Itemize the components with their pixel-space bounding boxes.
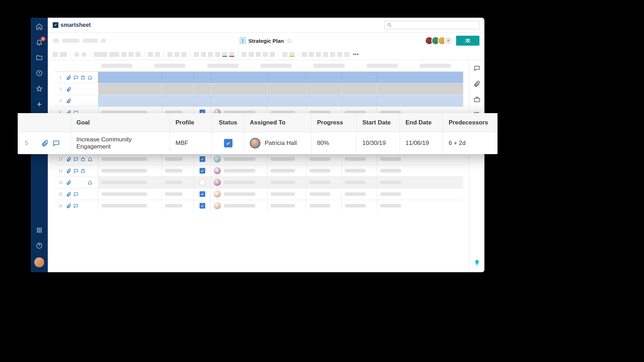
cell-profile[interactable] [162, 72, 194, 83]
attachment-icon[interactable] [66, 75, 71, 80]
attachment-icon[interactable] [66, 203, 71, 209]
format-icon[interactable] [80, 75, 86, 80]
reminder-icon[interactable] [87, 75, 93, 80]
cell-goal[interactable] [98, 83, 162, 95]
toolbar-item[interactable] [316, 52, 321, 57]
table-row[interactable]: 12 [55, 153, 463, 165]
cell-progress[interactable] [267, 165, 306, 176]
cell-end-date[interactable] [341, 165, 377, 176]
toolbar-item[interactable] [174, 52, 179, 57]
toolbar-item[interactable] [249, 52, 254, 57]
toolbar-item[interactable] [81, 52, 86, 57]
document-title[interactable]: Strategic Plan [248, 38, 284, 44]
cell-goal[interactable] [98, 95, 162, 106]
cell-start-date[interactable]: 10/30/19 [357, 132, 400, 154]
toolbar-item[interactable] [74, 52, 79, 57]
cell-predecessors[interactable] [377, 72, 463, 83]
format-icon[interactable] [80, 157, 86, 162]
toolbar-item[interactable] [242, 52, 247, 57]
checkbox-icon[interactable] [224, 139, 232, 147]
cell-progress[interactable] [267, 95, 306, 106]
toolbar-item[interactable] [182, 52, 186, 57]
comment-icon[interactable] [73, 203, 79, 209]
cell-assigned[interactable] [211, 177, 267, 188]
toolbar-item[interactable] [53, 52, 58, 57]
toolbar-item[interactable] [194, 52, 199, 57]
col-goal[interactable]: Goal [71, 113, 170, 132]
briefcase-panel-icon[interactable] [473, 95, 481, 103]
format-icon[interactable] [80, 168, 86, 174]
cell-status[interactable] [194, 200, 211, 211]
checkbox-icon[interactable] [200, 203, 205, 209]
cell-assigned[interactable] [211, 153, 267, 165]
attachment-icon[interactable] [66, 87, 71, 92]
cell-end-date[interactable] [341, 177, 377, 188]
cell-start-date[interactable] [306, 165, 341, 176]
checkbox-icon[interactable] [200, 191, 205, 197]
toolbar-item[interactable] [148, 52, 153, 57]
cell-status[interactable] [194, 188, 211, 200]
cell-progress[interactable] [267, 200, 306, 211]
cell-goal[interactable] [98, 177, 162, 188]
share-button[interactable] [456, 36, 479, 46]
toolbar-item[interactable] [121, 52, 126, 57]
cell-start-date[interactable] [306, 72, 341, 83]
cell-progress[interactable] [267, 83, 306, 95]
toolbar-item[interactable] [282, 52, 287, 57]
toolbar-item[interactable] [155, 52, 160, 57]
attachments-panel-icon[interactable] [473, 80, 481, 88]
cell-profile[interactable] [162, 177, 194, 188]
toolbar-item[interactable] [337, 52, 342, 57]
toolbar-item[interactable] [323, 52, 328, 57]
attachment-icon[interactable] [66, 157, 71, 162]
table-row[interactable]: 1 [55, 71, 463, 83]
toolbar-item[interactable] [229, 52, 234, 57]
search-box[interactable] [385, 21, 479, 29]
toolbar-item[interactable] [302, 52, 307, 57]
cell-end-date[interactable]: 11/06/19 [400, 132, 443, 154]
cell-progress[interactable] [267, 188, 306, 200]
cell-profile[interactable] [162, 165, 194, 176]
checkbox-icon[interactable] [200, 168, 205, 174]
toolbar-item[interactable] [222, 52, 227, 57]
cell-end-date[interactable] [341, 200, 377, 211]
cell-goal[interactable] [98, 153, 162, 165]
toolbar-item[interactable] [330, 52, 335, 57]
cell-profile[interactable] [162, 200, 194, 211]
cell-progress[interactable] [267, 72, 306, 83]
cell-predecessors[interactable] [377, 177, 463, 188]
cell-end-date[interactable] [341, 95, 377, 106]
cell-goal[interactable] [98, 188, 162, 200]
cell-progress[interactable] [267, 153, 306, 165]
cell-predecessors[interactable] [377, 95, 463, 106]
cell-predecessors[interactable]: 6 + 2d [443, 132, 498, 154]
add-icon[interactable] [35, 100, 43, 108]
attachment-icon[interactable] [66, 168, 71, 174]
cell-status[interactable] [194, 72, 211, 83]
cell-end-date[interactable] [341, 188, 377, 200]
table-row[interactable]: 2 [55, 83, 463, 95]
table-row[interactable]: 13 [55, 165, 463, 176]
avatar-more[interactable]: + [444, 36, 453, 45]
cell-predecessors[interactable] [377, 188, 463, 200]
cell-status[interactable] [194, 177, 211, 188]
apps-icon[interactable] [35, 226, 43, 234]
attachment-icon[interactable] [41, 139, 49, 147]
cell-status[interactable] [194, 95, 211, 106]
cell-progress[interactable] [267, 177, 306, 188]
cell-assigned[interactable]: Patricia Hall [244, 132, 311, 154]
cell-end-date[interactable] [341, 72, 377, 83]
attachment-icon[interactable] [66, 192, 71, 197]
attachment-icon[interactable] [66, 98, 71, 104]
star-icon[interactable] [287, 38, 292, 43]
cell-assigned[interactable] [211, 72, 267, 83]
cell-start-date[interactable] [306, 188, 341, 200]
cell-goal[interactable] [98, 165, 162, 176]
cell-end-date[interactable] [341, 153, 377, 165]
col-assigned-to[interactable]: Assigned To [244, 113, 311, 132]
cell-assigned[interactable] [211, 188, 267, 200]
col-profile[interactable]: Profile [170, 113, 212, 132]
cell-predecessors[interactable] [377, 153, 463, 165]
comment-icon[interactable] [73, 157, 79, 162]
toolbar-item[interactable] [128, 52, 133, 57]
